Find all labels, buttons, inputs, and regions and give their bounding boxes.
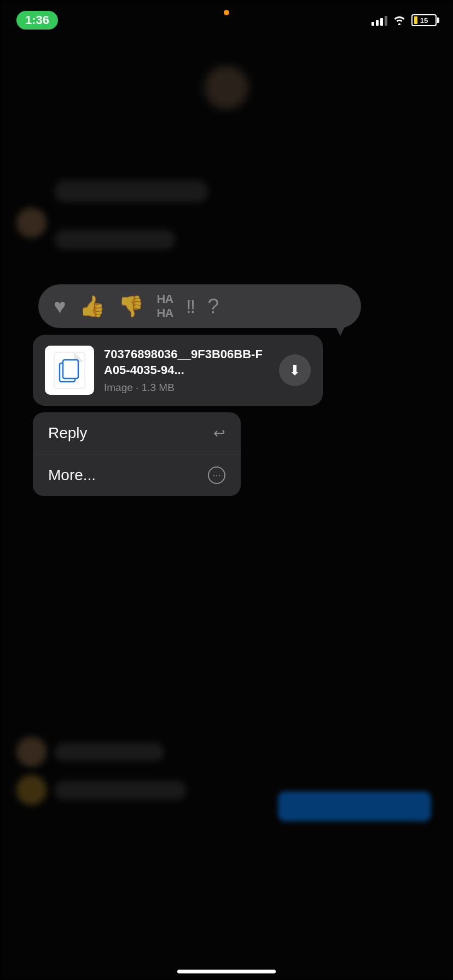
status-time: 1:36 bbox=[16, 11, 58, 30]
signal-icon bbox=[371, 15, 387, 26]
heart-reaction-button[interactable]: ♥ bbox=[54, 295, 66, 318]
thumbup-reaction-button[interactable]: 👍 bbox=[79, 294, 105, 318]
file-icon-container bbox=[45, 346, 94, 395]
reaction-bar: ♥ 👍 👎 HAHA ‼ ? bbox=[38, 284, 361, 328]
reply-label: Reply bbox=[48, 424, 88, 442]
file-meta: Image · 1.3 MB bbox=[104, 382, 269, 394]
exclaim-reaction-button[interactable]: ‼ bbox=[186, 296, 194, 317]
file-icon bbox=[53, 351, 86, 389]
download-icon: ⬇ bbox=[289, 362, 301, 379]
context-menu: Reply ↩ More... ··· bbox=[33, 412, 241, 496]
message-popup: ♥ 👍 👎 HAHA ‼ ? 70376898036__9F3B06BB-FA0… bbox=[33, 284, 361, 496]
haha-reaction-button[interactable]: HAHA bbox=[157, 292, 173, 320]
svg-rect-2 bbox=[63, 360, 78, 378]
notification-dot bbox=[224, 10, 229, 15]
question-reaction-button[interactable]: ? bbox=[207, 295, 219, 318]
status-bar: 1:36 15 bbox=[0, 0, 453, 33]
reply-menu-item[interactable]: Reply ↩ bbox=[33, 412, 241, 454]
file-message-bubble: 70376898036__9F3B06BB-FA05-4035-94... Im… bbox=[33, 335, 323, 406]
file-info: 70376898036__9F3B06BB-FA05-4035-94... Im… bbox=[104, 347, 269, 393]
file-name: 70376898036__9F3B06BB-FA05-4035-94... bbox=[104, 347, 269, 378]
download-button[interactable]: ⬇ bbox=[279, 354, 311, 386]
thumbdown-reaction-button[interactable]: 👎 bbox=[118, 294, 144, 318]
status-icons: 15 bbox=[371, 14, 437, 26]
reply-icon: ↩ bbox=[213, 425, 225, 442]
more-icon: ··· bbox=[208, 466, 225, 484]
more-label: More... bbox=[48, 466, 96, 484]
battery-icon: 15 bbox=[411, 14, 437, 26]
home-indicator bbox=[177, 970, 276, 973]
wifi-icon bbox=[393, 15, 406, 25]
more-menu-item[interactable]: More... ··· bbox=[33, 454, 241, 496]
